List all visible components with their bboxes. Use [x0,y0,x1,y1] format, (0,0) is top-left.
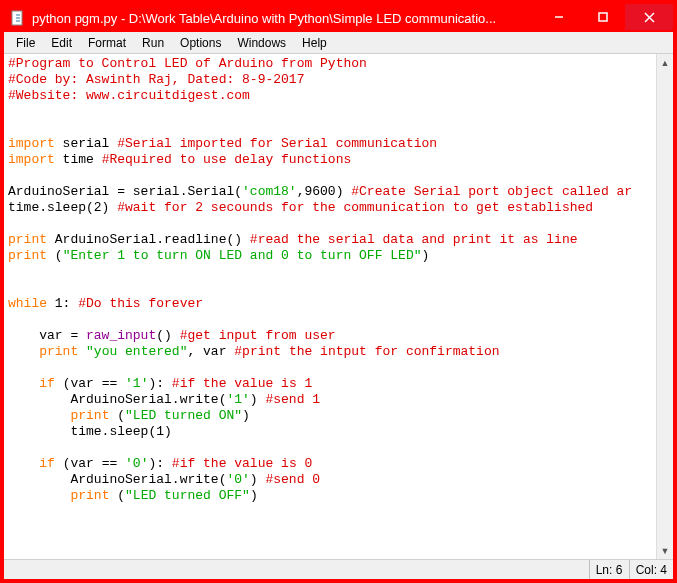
code-text [8,344,39,359]
vertical-scrollbar[interactable]: ▲ ▼ [656,54,673,559]
code-comment: #get input from user [180,328,336,343]
scroll-down-icon[interactable]: ▼ [657,542,673,559]
code-text: ArduinoSerial.readline() [47,232,250,247]
window-title: python pgm.py - D:\Work Table\Arduino wi… [32,11,537,26]
code-string: 'com18' [242,184,297,199]
code-text: ( [109,488,125,503]
code-comment: #Code by: Aswinth Raj, Dated: 8-9-2017 [8,72,304,87]
code-comment: #send 0 [265,472,320,487]
code-text [8,408,70,423]
code-text: ) [250,392,266,407]
scroll-up-icon[interactable]: ▲ [657,54,673,71]
code-text: ArduinoSerial = serial.Serial( [8,184,242,199]
code-string: "you entered" [86,344,187,359]
menu-options[interactable]: Options [172,34,229,52]
status-bar: Ln: 6 Col: 4 [4,559,673,579]
window-controls [537,4,673,32]
code-comment: #Create Serial port object called ar [351,184,632,199]
code-text [8,456,39,471]
code-keyword: while [8,296,47,311]
code-string: '0' [226,472,249,487]
code-text: ): [148,456,171,471]
code-string: "LED turned ON" [125,408,242,423]
code-text: 1: [47,296,78,311]
code-keyword: print [8,232,47,247]
code-text: serial [55,136,117,151]
menu-help[interactable]: Help [294,34,335,52]
scroll-track[interactable] [657,71,673,542]
code-comment: #Program to Control LED of Arduino from … [8,56,367,71]
svg-rect-2 [599,13,607,21]
code-string: '1' [125,376,148,391]
code-string: "Enter 1 to turn ON LED and 0 to turn OF… [63,248,422,263]
code-keyword: import [8,152,55,167]
code-text [8,488,70,503]
title-bar: python pgm.py - D:\Work Table\Arduino wi… [4,4,673,32]
code-comment: #if the value is 1 [172,376,312,391]
code-comment: #Website: www.circuitdigest.com [8,88,250,103]
code-comment: #wait for 2 secounds for the communicati… [117,200,593,215]
code-string: '0' [125,456,148,471]
menu-run[interactable]: Run [134,34,172,52]
code-text [78,344,86,359]
editor-area: #Program to Control LED of Arduino from … [4,54,673,559]
code-text: time [55,152,102,167]
code-text: ) [242,408,250,423]
code-text: time.sleep(1) [8,424,172,439]
code-comment: #if the value is 0 [172,456,312,471]
code-text: (var == [55,376,125,391]
code-keyword: print [70,488,109,503]
menu-windows[interactable]: Windows [229,34,294,52]
code-text: () [156,328,179,343]
code-comment: #Required to use delay functions [102,152,352,167]
code-keyword: print [70,408,109,423]
code-text: var = [8,328,86,343]
code-text: ( [109,408,125,423]
code-keyword: import [8,136,55,151]
code-text: ( [47,248,63,263]
code-text [8,376,39,391]
status-line: Ln: 6 [589,560,629,579]
code-comment: #Serial imported for Serial communicatio… [117,136,437,151]
menu-format[interactable]: Format [80,34,134,52]
code-text: ) [250,488,258,503]
python-file-icon [10,10,26,26]
code-text: , var [187,344,234,359]
code-string: "LED turned OFF" [125,488,250,503]
code-text: ) [421,248,429,263]
maximize-button[interactable] [581,4,625,30]
close-button[interactable] [625,4,673,30]
code-text: ) [250,472,266,487]
status-col: Col: 4 [629,560,673,579]
code-comment: #print the intput for confirmation [234,344,499,359]
code-text: ): [148,376,171,391]
code-text: (var == [55,456,125,471]
code-keyword: if [39,456,55,471]
code-keyword: print [8,248,47,263]
code-text: time.sleep(2) [8,200,117,215]
code-text: ArduinoSerial.write( [8,472,226,487]
code-keyword: print [39,344,78,359]
menu-bar: File Edit Format Run Options Windows Hel… [4,32,673,54]
code-text: ArduinoSerial.write( [8,392,226,407]
code-editor[interactable]: #Program to Control LED of Arduino from … [4,54,656,559]
minimize-button[interactable] [537,4,581,30]
code-builtin: raw_input [86,328,156,343]
code-keyword: if [39,376,55,391]
code-comment: #Do this forever [78,296,203,311]
menu-file[interactable]: File [8,34,43,52]
code-comment: #send 1 [265,392,320,407]
code-comment: #read the serial data and print it as li… [250,232,578,247]
menu-edit[interactable]: Edit [43,34,80,52]
code-string: '1' [226,392,249,407]
code-text: ,9600) [297,184,352,199]
